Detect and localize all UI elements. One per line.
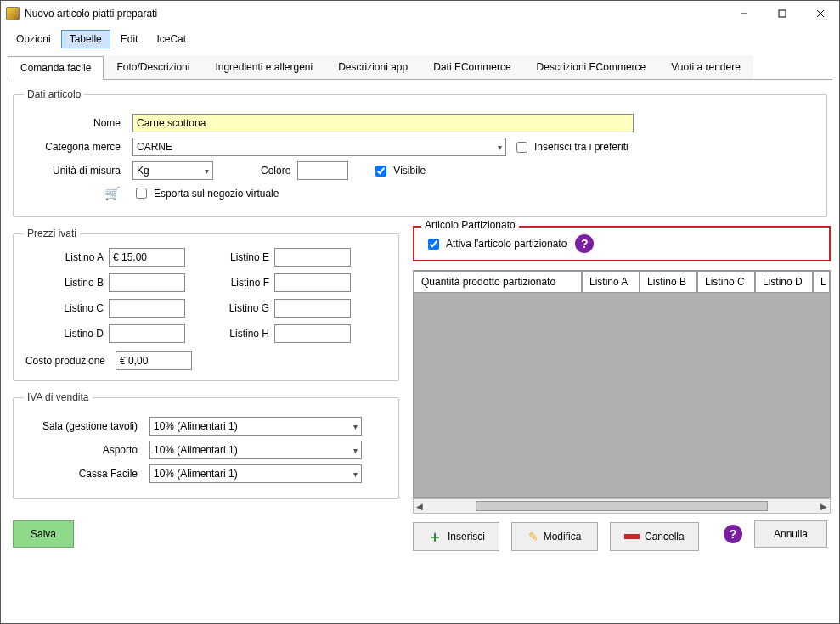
categoria-select[interactable]: CARNE ▾ [132, 138, 506, 156]
um-value: Kg [137, 165, 149, 177]
visibile-label: Visibile [393, 165, 426, 177]
footer: Salva ? Annulla [13, 520, 827, 548]
tab-descrizioni-ecommerce[interactable]: Descrizioni ECommerce [524, 55, 659, 79]
salva-button[interactable]: Salva [13, 520, 74, 548]
listino-g-input[interactable] [274, 299, 351, 318]
scroll-right-icon[interactable]: ▶ [820, 502, 827, 511]
listino-e-label: Listino E [189, 251, 274, 263]
titlebar: Nuovo articolo piatti preparati [1, 1, 839, 26]
svg-rect-1 [779, 10, 786, 17]
close-button[interactable] [801, 1, 839, 26]
help-icon[interactable]: ? [724, 525, 742, 543]
menu-opzioni[interactable]: Opzioni [8, 30, 59, 48]
tabbar: Comanda facile Foto/Descrizioni Ingredie… [8, 55, 832, 80]
dati-articolo-legend: Dati articolo [24, 88, 84, 100]
iva-group: IVA di vendita Sala (gestione tavoli) 10… [13, 391, 399, 499]
annulla-button[interactable]: Annulla [754, 520, 827, 548]
iva-cassa-select[interactable]: 10% (Alimentari 1) ▾ [149, 464, 362, 483]
iva-asporto-label: Asporto [24, 444, 143, 456]
colore-input[interactable] [297, 161, 348, 180]
cart-icon [102, 186, 121, 201]
listino-h-input[interactable] [274, 324, 351, 343]
listino-c-label: Listino C [24, 302, 109, 314]
visibile-checkbox-input[interactable] [375, 166, 386, 177]
iva-cassa-value: 10% (Alimentari 1) [154, 468, 238, 480]
grid-col-listino-b[interactable]: Listino B [640, 271, 697, 293]
grid-col-ext[interactable]: L [813, 271, 830, 293]
visibile-checkbox[interactable]: Visibile [372, 163, 426, 179]
costo-label: Costo produzione [24, 355, 110, 367]
iva-cassa-label: Cassa Facile [24, 468, 143, 480]
dati-articolo-group: Dati articolo Nome Categoria merce CARNE… [13, 88, 827, 217]
listino-f-input[interactable] [274, 273, 351, 292]
scrollbar-thumb[interactable] [476, 501, 768, 511]
grid-col-listino-a[interactable]: Listino A [582, 271, 640, 293]
minimize-button[interactable] [724, 1, 763, 26]
menu-tabelle[interactable]: Tabelle [61, 30, 110, 48]
listino-f-label: Listino F [189, 277, 274, 289]
chevron-down-icon: ▾ [498, 143, 502, 152]
attiva-partizionato-checkbox[interactable]: Attiva l'articolo partizionato [425, 236, 567, 252]
help-icon[interactable]: ? [575, 234, 594, 253]
listino-h-label: Listino H [189, 328, 274, 340]
listino-b-input[interactable] [109, 273, 185, 292]
categoria-value: CARNE [137, 141, 172, 153]
partizionato-highlight-box: Attiva l'articolo partizionato ? [413, 226, 831, 261]
grid-col-listino-d[interactable]: Listino D [755, 271, 813, 293]
app-icon [6, 7, 20, 20]
iva-sala-select[interactable]: 10% (Alimentari 1) ▾ [149, 417, 362, 436]
menu-icecat[interactable]: IceCat [148, 30, 194, 48]
tab-comanda-facile[interactable]: Comanda facile [8, 56, 104, 80]
tab-vuoti-a-rendere[interactable]: Vuoti a rendere [658, 55, 753, 79]
menu-edit[interactable]: Edit [112, 30, 147, 48]
scroll-left-icon[interactable]: ◀ [416, 502, 423, 511]
listino-a-label: Listino A [24, 251, 109, 263]
iva-asporto-select[interactable]: 10% (Alimentari 1) ▾ [149, 441, 362, 459]
tab-dati-ecommerce[interactable]: Dati ECommerce [420, 55, 523, 79]
iva-asporto-value: 10% (Alimentari 1) [154, 444, 238, 456]
listino-d-input[interactable] [109, 324, 185, 343]
tab-foto-descrizioni[interactable]: Foto/Descrizioni [104, 55, 202, 79]
tab-descrizioni-app[interactable]: Descrizioni app [325, 55, 420, 79]
nome-label: Nome [24, 117, 126, 129]
iva-legend: IVA di vendita [24, 391, 93, 403]
partizionato-legend: Articolo Partizionato [421, 219, 519, 231]
colore-label: Colore [261, 165, 290, 177]
listino-c-input[interactable] [109, 299, 185, 318]
listino-g-label: Listino G [189, 302, 274, 314]
window-title: Nuovo articolo piatti preparati [25, 8, 724, 20]
esporta-label: Esporta sul negozio virtuale [154, 188, 279, 200]
listino-d-label: Listino D [24, 328, 109, 340]
um-label: Unità di misura [24, 165, 126, 177]
partizionato-grid[interactable]: Quantità prodotto partizionato Listino A… [413, 270, 831, 498]
grid-col-quantita[interactable]: Quantità prodotto partizionato [414, 271, 582, 293]
listino-a-input[interactable] [109, 248, 185, 267]
prezzi-legend: Prezzi ivati [24, 228, 80, 239]
menubar: Opzioni Tabelle Edit IceCat [1, 26, 839, 52]
chevron-down-icon: ▾ [353, 422, 358, 431]
listino-b-label: Listino B [24, 277, 109, 289]
tab-ingredienti-allergeni[interactable]: Ingredienti e allergeni [202, 55, 325, 79]
nome-input[interactable] [132, 114, 634, 132]
um-select[interactable]: Kg ▾ [132, 161, 213, 180]
iva-sala-label: Sala (gestione tavoli) [24, 420, 143, 432]
maximize-button[interactable] [763, 1, 801, 26]
prezzi-group: Prezzi ivati Listino A Listino E Listino… [13, 228, 399, 381]
chevron-down-icon: ▾ [353, 446, 358, 455]
iva-sala-value: 10% (Alimentari 1) [154, 420, 238, 432]
costo-input[interactable] [116, 351, 192, 370]
horizontal-scrollbar[interactable]: ◀ ▶ [413, 498, 831, 514]
listino-e-input[interactable] [274, 248, 351, 267]
grid-col-listino-c[interactable]: Listino C [697, 271, 755, 293]
preferiti-checkbox-input[interactable] [516, 142, 527, 153]
chevron-down-icon: ▾ [353, 469, 358, 479]
categoria-label: Categoria merce [24, 141, 126, 153]
preferiti-label: Inserisci tra i preferiti [534, 141, 629, 153]
attiva-partizionato-checkbox-input[interactable] [428, 239, 439, 250]
preferiti-checkbox[interactable]: Inserisci tra i preferiti [513, 139, 629, 155]
attiva-partizionato-label: Attiva l'articolo partizionato [446, 238, 567, 250]
esporta-checkbox[interactable]: Esporta sul negozio virtuale [132, 185, 279, 201]
chevron-down-icon: ▾ [205, 166, 209, 176]
esporta-checkbox-input[interactable] [136, 188, 147, 199]
